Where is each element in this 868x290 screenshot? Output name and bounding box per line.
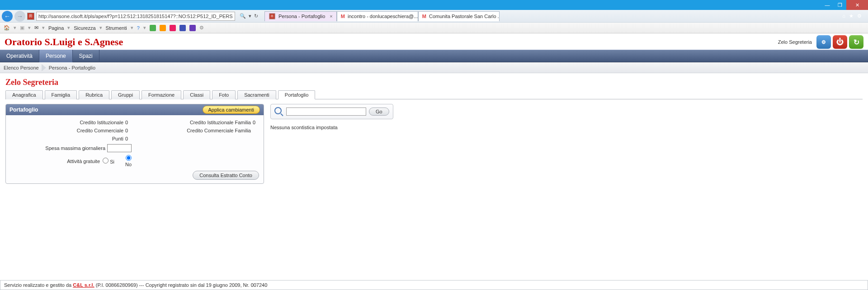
- credito-com-value: 0: [125, 128, 132, 133]
- page-title: Zelo Segreteria: [5, 78, 863, 87]
- window-titlebar: — ❐ ✕: [0, 0, 868, 10]
- radio-no[interactable]: No: [119, 155, 132, 167]
- browser-tabs: 田 Persona - Portafoglio × M incontro - d…: [264, 11, 840, 21]
- toolbar-ext-icon[interactable]: [160, 25, 166, 31]
- window-close[interactable]: ✕: [846, 0, 868, 10]
- tab-gruppi[interactable]: Gruppi: [111, 90, 140, 99]
- gmail-icon: M: [422, 14, 426, 19]
- browser-navbar: ← → 田 🔍 ▾ ↻ 田 Persona - Portafoglio × M …: [0, 10, 868, 23]
- home-icon[interactable]: ⌂: [842, 13, 845, 19]
- tab-famiglia[interactable]: Famiglia: [45, 90, 77, 99]
- app-header: Oratorio S.Luigi e S.Agnese Zelo Segrete…: [0, 33, 868, 50]
- toolbar-ext-icon[interactable]: [189, 25, 196, 31]
- toolbar-ext-icon[interactable]: [170, 25, 176, 31]
- menu-operativita[interactable]: Operatività: [0, 50, 39, 62]
- favorites-icon[interactable]: ★: [849, 13, 854, 19]
- window-minimize[interactable]: —: [821, 0, 834, 10]
- menu-spazi[interactable]: Spazi: [73, 50, 99, 62]
- nav-back-button[interactable]: ←: [2, 11, 13, 22]
- search-icon: [274, 107, 283, 116]
- gear-icon[interactable]: ⚙: [199, 25, 204, 31]
- portafoglio-region: Portafoglio Applica cambiamenti Credito …: [5, 104, 264, 184]
- tab-label: incontro - donlucapeschiera@...: [348, 14, 418, 19]
- tab-favicon: 田: [269, 14, 275, 19]
- empty-message: Nessuna scontistica impostata: [270, 125, 393, 130]
- credito-ist-label: Credito Istituzionale: [10, 120, 123, 125]
- tab-formazione[interactable]: Formazione: [142, 90, 181, 99]
- browser-tab[interactable]: M incontro - donlucapeschiera@...: [337, 11, 418, 21]
- browser-toolbar: 🏠▾ ▣▾ ✉▾ Pagina▾ Sicurezza▾ Strumenti▾ ?…: [0, 23, 868, 33]
- spesa-label: Spesa massima giornaliera: [10, 145, 105, 151]
- url-input[interactable]: [36, 12, 235, 21]
- browser-tab[interactable]: M Comunita Pastorale San Carlo ...: [418, 11, 500, 21]
- radio-si[interactable]: Si: [102, 158, 114, 164]
- dropdown-icon[interactable]: ▾: [249, 13, 251, 19]
- refresh-button[interactable]: ↻: [849, 35, 863, 49]
- config-button[interactable]: ⚙: [816, 35, 831, 49]
- breadcrumb-item: Persona - Portafoglio: [49, 65, 95, 70]
- menu-persone[interactable]: Persone: [39, 50, 73, 62]
- credito-com-label: Credito Commerciale: [10, 128, 123, 133]
- toolbar-strumenti[interactable]: Strumenti: [106, 25, 127, 31]
- toolbar-ext-icon[interactable]: [150, 25, 156, 31]
- credito-com-fam-label: Credito Commerciale Familia: [138, 128, 251, 133]
- help-icon[interactable]: ?: [137, 25, 140, 31]
- toolbar-pagina[interactable]: Pagina: [48, 25, 64, 31]
- side-panel: Go Nessuna scontistica impostata: [270, 104, 393, 184]
- rss-icon[interactable]: ▣: [20, 25, 24, 31]
- tab-rubrica[interactable]: Rubrica: [79, 90, 109, 99]
- nav-forward-button[interactable]: →: [14, 11, 25, 22]
- go-button[interactable]: Go: [369, 108, 389, 116]
- tab-foto[interactable]: Foto: [212, 90, 236, 99]
- mail-icon[interactable]: ✉: [34, 25, 38, 31]
- region-title: Portafoglio: [9, 107, 38, 113]
- radio-si-input[interactable]: [103, 158, 108, 164]
- tab-sacramenti[interactable]: Sacramenti: [237, 90, 276, 99]
- search-icon[interactable]: 🔍: [240, 13, 246, 19]
- tools-icon[interactable]: ⚙: [857, 13, 862, 19]
- credito-ist-value: 0: [125, 120, 132, 125]
- home-icon[interactable]: 🏠: [4, 25, 10, 31]
- toolbar-ext-icon[interactable]: [179, 25, 186, 31]
- punti-label: Punti: [10, 136, 123, 141]
- toolbar-sicurezza[interactable]: Sicurezza: [74, 25, 95, 31]
- tab-label: Comunita Pastorale San Carlo ...: [429, 14, 500, 19]
- refresh-icon[interactable]: ↻: [254, 13, 258, 19]
- apply-changes-button[interactable]: Applica cambiamenti: [203, 106, 260, 114]
- tab-close-icon[interactable]: ×: [330, 14, 332, 19]
- logout-button[interactable]: ⏻: [833, 35, 847, 49]
- page-tabs: Anagrafica Famiglia Rubrica Gruppi Forma…: [5, 90, 863, 99]
- app-title: Oratorio S.Luigi e S.Agnese: [5, 36, 123, 48]
- tab-anagrafica[interactable]: Anagrafica: [5, 90, 43, 99]
- radio-no-input[interactable]: [126, 155, 132, 161]
- search-input[interactable]: [286, 108, 366, 116]
- credito-ist-fam-value: 0: [253, 120, 259, 125]
- window-maximize[interactable]: ❐: [834, 0, 846, 10]
- consulta-estratto-button[interactable]: Consulta Estratto Conto: [193, 171, 259, 180]
- breadcrumb-item[interactable]: Elenco Persone: [4, 65, 39, 70]
- region-header: Portafoglio Applica cambiamenti: [6, 104, 264, 115]
- url-controls: 🔍 ▾ ↻: [237, 13, 261, 19]
- attivita-label: Attività gratuite: [10, 159, 100, 164]
- browser-tab-active[interactable]: 田 Persona - Portafoglio ×: [264, 11, 337, 21]
- gmail-icon: M: [341, 14, 345, 19]
- tab-label: Persona - Portafoglio: [278, 14, 325, 19]
- punti-value: 0: [125, 136, 132, 141]
- tab-classi[interactable]: Classi: [183, 90, 210, 99]
- spesa-input[interactable]: [107, 144, 132, 152]
- tab-portafoglio[interactable]: Portafoglio: [278, 90, 316, 99]
- credito-ist-fam-label: Credito Istituzionale Familia: [138, 120, 251, 125]
- user-label: Zelo Segreteria: [778, 39, 815, 45]
- breadcrumb: Elenco Persone Persona - Portafoglio: [0, 62, 868, 73]
- main-menu: Operatività Persone Spazi: [0, 50, 868, 62]
- search-box: Go: [270, 104, 393, 119]
- site-favicon: 田: [27, 13, 34, 20]
- chevron-right-icon: [42, 64, 46, 71]
